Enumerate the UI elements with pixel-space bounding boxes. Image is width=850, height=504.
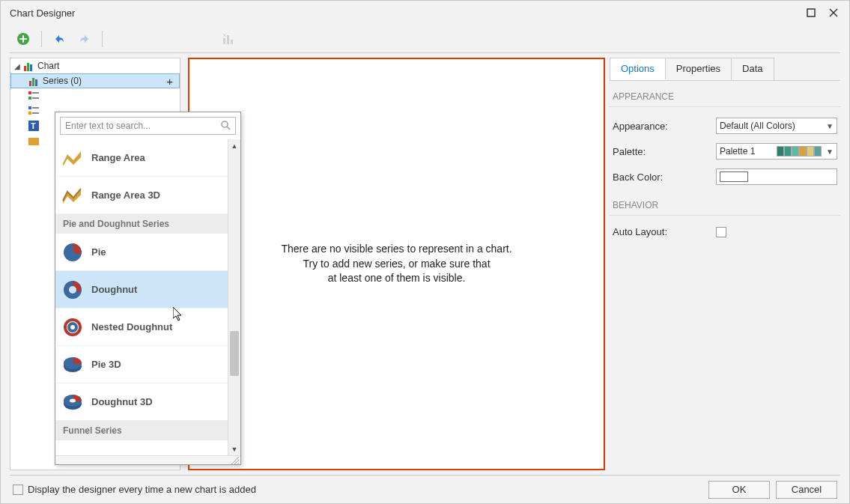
display-designer-label: Display the designer every time a new ch… — [28, 484, 256, 495]
footer: Display the designer every time a new ch… — [10, 475, 840, 503]
svg-rect-9 — [24, 66, 26, 71]
scroll-up-icon[interactable]: ▲ — [228, 139, 240, 152]
redo-button[interactable] — [73, 28, 94, 49]
color-swatch — [720, 171, 748, 182]
display-designer-checkbox[interactable] — [13, 485, 23, 495]
svg-rect-11 — [30, 64, 32, 71]
prop-auto-layout: Auto Layout: — [610, 225, 840, 239]
tree-label: Chart — [37, 61, 59, 71]
svg-rect-14 — [35, 79, 37, 86]
svg-rect-6 — [223, 38, 225, 44]
prop-label: Back Color: — [613, 171, 716, 183]
svg-rect-17 — [28, 97, 31, 100]
collapse-icon: ◢ — [13, 62, 21, 70]
svg-point-34 — [70, 325, 75, 330]
svg-rect-7 — [227, 35, 229, 44]
svg-rect-21 — [28, 112, 31, 115]
group-header-funnel: Funnel Series — [55, 421, 228, 440]
content-area: ◢ Chart Series (0) + — [10, 25, 840, 503]
svg-rect-10 — [27, 63, 29, 71]
tree-item-chart[interactable]: ◢ Chart — [10, 58, 180, 73]
series-type-pie-3d[interactable]: Pie 3D — [55, 346, 228, 383]
svg-rect-12 — [29, 81, 31, 86]
palette-icon — [28, 106, 39, 116]
svg-point-39 — [70, 398, 76, 402]
palette-dropdown[interactable]: Palette 1 ▼ — [716, 143, 837, 160]
tree-item-series[interactable]: Series (0) + — [10, 73, 180, 88]
tabs: Options Properties Data — [610, 58, 774, 80]
chart-icon — [24, 61, 34, 71]
svg-rect-13 — [32, 78, 34, 86]
prop-palette: Palette: Palette 1 ▼ — [610, 142, 840, 161]
pie-icon — [61, 241, 84, 264]
range-area-3d-icon — [61, 184, 84, 207]
series-type-popup: Enter text to search... Range Area — [55, 112, 241, 465]
doughnut-3d-icon — [61, 391, 84, 413]
window-title: Chart Designer — [10, 7, 800, 19]
svg-rect-25 — [28, 138, 39, 145]
svg-point-30 — [69, 286, 76, 294]
search-input[interactable]: Enter text to search... — [60, 117, 236, 135]
tab-properties[interactable]: Properties — [666, 58, 732, 80]
add-button[interactable] — [13, 28, 34, 49]
toolbar-separator — [41, 31, 42, 47]
section-behavior: BEHAVIOR — [610, 189, 840, 216]
prop-label: Auto Layout: — [613, 226, 716, 237]
series-type-doughnut-3d[interactable]: Doughnut 3D — [55, 383, 228, 421]
search-icon — [220, 120, 231, 133]
series-type-doughnut[interactable]: Doughnut — [55, 271, 228, 309]
titlebar: Chart Designer — [1, 1, 849, 25]
svg-rect-19 — [28, 106, 31, 109]
svg-rect-8 — [231, 40, 233, 44]
tree-label: Series (0) — [43, 76, 82, 86]
section-appearance: APPEARANCE — [610, 81, 840, 107]
change-type-button[interactable] — [218, 28, 239, 49]
svg-rect-20 — [32, 107, 39, 109]
prop-label: Palette: — [613, 146, 716, 157]
legend-icon — [28, 91, 39, 101]
svg-text:T: T — [31, 121, 36, 130]
group-header-pie: Pie and Doughnut Series — [55, 214, 228, 234]
series-type-list: Range Area Range Area 3D Pie and Doughnu… — [55, 139, 240, 455]
maximize-button[interactable] — [800, 2, 822, 23]
series-type-range-area[interactable]: Range Area — [55, 139, 228, 177]
chart-designer-window: Chart Designer — [0, 0, 850, 504]
auto-layout-checkbox[interactable] — [716, 227, 726, 237]
toolbar-separator — [102, 31, 103, 47]
tab-data[interactable]: Data — [732, 58, 773, 80]
nested-doughnut-icon — [61, 316, 84, 338]
doughnut-icon — [61, 279, 84, 301]
add-series-icon[interactable]: + — [166, 75, 176, 88]
scroll-down-icon[interactable]: ▼ — [228, 443, 240, 455]
scroll-thumb[interactable] — [230, 331, 239, 376]
svg-rect-18 — [32, 97, 39, 99]
ok-button[interactable]: OK — [708, 481, 770, 499]
scrollbar[interactable]: ▲ ▼ — [228, 139, 240, 455]
close-button[interactable] — [822, 2, 845, 23]
chevron-down-icon: ▼ — [826, 122, 834, 130]
tab-options[interactable]: Options — [610, 58, 666, 80]
undo-button[interactable] — [49, 28, 70, 49]
tree-item-legend[interactable] — [10, 88, 180, 103]
preview-message: There are no visible series to represent… — [281, 242, 511, 286]
cancel-button[interactable]: Cancel — [776, 481, 837, 499]
svg-rect-0 — [807, 9, 815, 16]
series-type-range-area-3d[interactable]: Range Area 3D — [55, 177, 228, 214]
pie-3d-icon — [61, 353, 84, 376]
svg-point-26 — [222, 121, 228, 127]
toolbar — [10, 25, 840, 53]
text-icon — [28, 136, 39, 146]
series-type-nested-doughnut[interactable]: Nested Doughnut — [55, 309, 228, 346]
series-icon — [29, 76, 40, 86]
resize-grip[interactable] — [55, 455, 240, 464]
series-type-pie[interactable]: Pie — [55, 234, 228, 271]
main-row: ◢ Chart Series (0) + — [10, 53, 840, 475]
svg-rect-15 — [28, 91, 31, 94]
prop-back-color: Back Color: — [610, 167, 840, 186]
back-color-dropdown[interactable] — [716, 168, 837, 185]
appearance-dropdown[interactable]: Default (All Colors) ▼ — [716, 118, 837, 134]
svg-line-42 — [237, 463, 239, 464]
chevron-down-icon: ▼ — [826, 148, 834, 156]
search-placeholder: Enter text to search... — [65, 121, 151, 131]
range-area-icon — [61, 147, 84, 169]
